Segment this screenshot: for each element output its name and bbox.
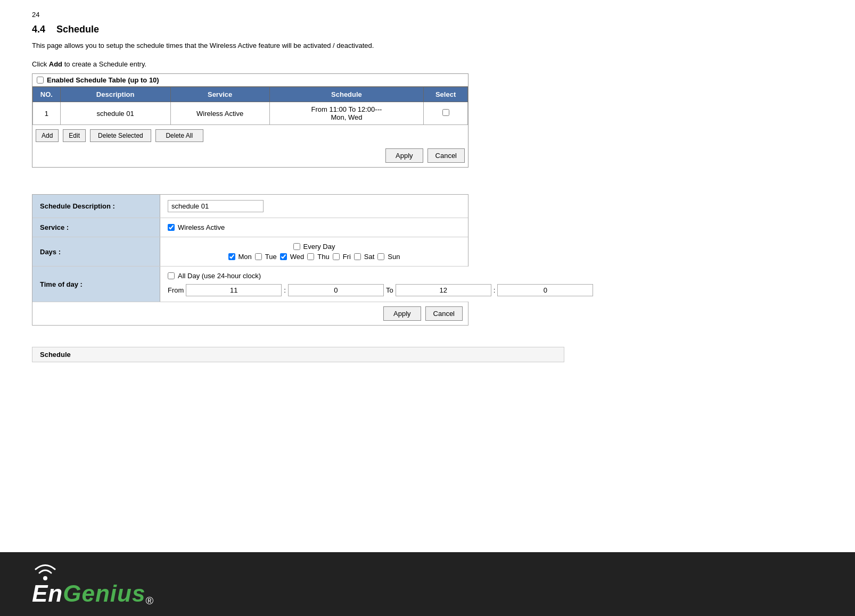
sat-label: Sat [364, 253, 375, 261]
thu-label: Thu [317, 253, 329, 261]
sun-label: Sun [388, 253, 400, 261]
footer-bar: Schedule [32, 347, 564, 362]
label-service: Service : [32, 218, 160, 237]
form-row-service: Service : Wireless Active [32, 218, 468, 237]
add-button[interactable]: Add [36, 129, 59, 142]
service-label: Wireless Active [178, 223, 225, 231]
form-row-description: Schedule Description : [32, 195, 468, 218]
table-buttons-row: Add Edit Delete Selected Delete All [32, 125, 468, 146]
sun-checkbox[interactable] [377, 253, 384, 260]
delete-selected-button[interactable]: Delete Selected [90, 129, 151, 142]
row-select-checkbox[interactable] [442, 109, 449, 116]
svg-point-0 [43, 576, 47, 580]
engenius-logo: EnGenius® [32, 561, 153, 607]
every-day-label: Every Day [303, 243, 335, 251]
service-checkbox[interactable] [168, 224, 175, 231]
time-inputs-line: From : To : [168, 284, 593, 296]
col-header-no: NO. [33, 87, 61, 102]
form-row-time: Time of day : All Day (use 24-hour clock… [32, 267, 468, 302]
wed-label: Wed [290, 253, 305, 261]
every-day-line: Every Day [293, 243, 335, 251]
time-sep1: : [284, 286, 286, 294]
from-min-input[interactable] [288, 284, 384, 296]
tue-checkbox[interactable] [255, 253, 262, 260]
days-checkboxes-line: Mon Tue Wed Thu Fri Sat Sun [228, 253, 400, 261]
every-day-checkbox[interactable] [293, 243, 300, 250]
form-apply-button[interactable]: Apply [383, 306, 421, 321]
table-row: 1 schedule 01 Wireless Active From 11:00… [33, 102, 468, 125]
enabled-table-header: Enabled Schedule Table (up to 10) [32, 74, 468, 87]
value-days: Every Day Mon Tue Wed Thu Fri Sat S [160, 237, 468, 266]
to-min-input[interactable] [497, 284, 593, 296]
description-text: This page allows you to setup the schedu… [32, 41, 823, 49]
form-cancel-button[interactable]: Cancel [425, 306, 463, 321]
edit-form-section: Schedule Description : Service : Wireles… [32, 194, 468, 326]
page-container: 24 4.4 Schedule This page allows you to … [0, 0, 855, 362]
cell-schedule: From 11:00 To 12:00---Mon, Wed [269, 102, 424, 125]
fri-checkbox[interactable] [333, 253, 340, 260]
logo-en: En [32, 580, 63, 607]
col-header-description: Description [60, 87, 170, 102]
logo-registered: ® [145, 595, 153, 607]
mon-checkbox[interactable] [228, 253, 235, 260]
section-title: 4.4 Schedule [32, 24, 823, 35]
value-service: Wireless Active [160, 218, 468, 237]
to-label: To [386, 286, 393, 294]
table-cancel-button[interactable]: Cancel [428, 148, 465, 163]
time-sep2: : [494, 286, 496, 294]
label-schedule-description: Schedule Description : [32, 195, 160, 218]
cell-description: schedule 01 [60, 102, 170, 125]
table-apply-cancel-row: Apply Cancel [32, 146, 468, 167]
all-day-line: All Day (use 24-hour clock) [168, 272, 261, 280]
all-day-label: All Day (use 24-hour clock) [178, 272, 261, 280]
form-row-days: Days : Every Day Mon Tue Wed Thu Fri [32, 237, 468, 267]
col-header-service: Service [170, 87, 269, 102]
fri-label: Fri [343, 253, 351, 261]
enabled-table-label: Enabled Schedule Table (up to 10) [47, 76, 159, 84]
from-hour-input[interactable] [186, 284, 282, 296]
col-header-schedule: Schedule [269, 87, 424, 102]
cell-select[interactable] [424, 102, 468, 125]
logo-genius: Genius [63, 580, 145, 607]
schedule-table: NO. Description Service Schedule Select … [32, 87, 468, 125]
wifi-icon [32, 561, 59, 580]
value-time-of-day: All Day (use 24-hour clock) From : To : [160, 267, 601, 302]
schedule-table-section: Enabled Schedule Table (up to 10) NO. De… [32, 73, 468, 168]
edit-button[interactable]: Edit [63, 129, 86, 142]
all-day-checkbox[interactable] [168, 272, 175, 279]
col-header-select: Select [424, 87, 468, 102]
cell-no: 1 [33, 102, 61, 125]
page-number: 24 [32, 11, 823, 19]
tue-label: Tue [265, 253, 277, 261]
sat-checkbox[interactable] [354, 253, 361, 260]
to-hour-input[interactable] [396, 284, 491, 296]
schedule-description-input[interactable] [168, 200, 264, 212]
delete-all-button[interactable]: Delete All [155, 129, 203, 142]
bottom-bar: EnGenius® [0, 552, 855, 616]
click-add-text: Click Add to create a Schedule entry. [32, 60, 823, 68]
thu-checkbox[interactable] [307, 253, 314, 260]
table-apply-button[interactable]: Apply [385, 148, 423, 163]
wed-checkbox[interactable] [280, 253, 287, 260]
footer-label: Schedule [40, 351, 71, 359]
logo-text-line: EnGenius® [32, 580, 153, 607]
label-time-of-day: Time of day : [32, 267, 160, 302]
form-apply-cancel-row: Apply Cancel [32, 302, 468, 325]
mon-label: Mon [239, 253, 252, 261]
label-days: Days : [32, 237, 160, 266]
enabled-table-checkbox[interactable] [37, 77, 44, 84]
cell-service: Wireless Active [170, 102, 269, 125]
from-label: From [168, 286, 184, 294]
value-schedule-description [160, 195, 468, 218]
